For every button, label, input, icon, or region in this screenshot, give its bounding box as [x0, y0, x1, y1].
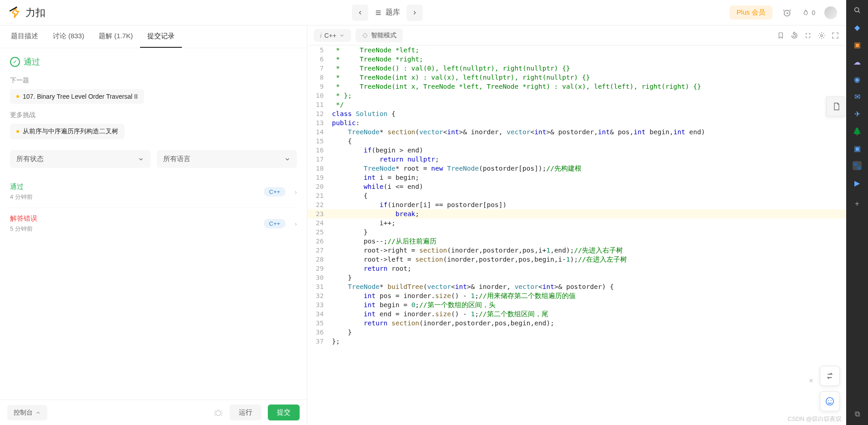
code-line[interactable]: 24 i++; — [307, 218, 846, 228]
chevron-right-icon: › — [295, 188, 297, 196]
code-line[interactable]: 12class Solution { — [307, 109, 846, 118]
app-icon-9[interactable]: 🐾 — [853, 161, 862, 170]
tab-submissions[interactable]: 提交记录 — [140, 25, 182, 48]
code-line[interactable]: 23 break; — [307, 209, 846, 218]
code-line[interactable]: 5 * TreeNode *left; — [307, 46, 846, 55]
tab-discuss[interactable]: 讨论 (833) — [45, 25, 91, 48]
chevron-up-icon — [35, 410, 41, 415]
prev-button[interactable] — [352, 5, 368, 21]
code-line[interactable]: 14 TreeNode* section(vector<int>& inorde… — [307, 127, 846, 137]
mode-selector[interactable]: 智能模式 — [356, 29, 403, 42]
left-panel: 题目描述 讨论 (833) 题解 (1.7K) 提交记录 ✓ 通过 下一题 10… — [0, 25, 307, 425]
status-pass: ✓ 通过 — [10, 56, 297, 67]
svg-point-4 — [828, 400, 829, 401]
bug-icon[interactable] — [213, 408, 223, 418]
search-icon[interactable] — [853, 5, 862, 15]
code-line[interactable]: 37}; — [307, 337, 846, 346]
reset-icon[interactable] — [790, 31, 799, 40]
app-icon-3[interactable]: ☁ — [853, 57, 862, 66]
feedback-button[interactable] — [820, 391, 840, 411]
app-icon-8[interactable]: ▣ — [853, 144, 862, 153]
console-button[interactable]: 控制台 — [7, 405, 47, 420]
tabs: 题目描述 讨论 (833) 题解 (1.7K) 提交记录 — [0, 25, 307, 48]
top-header: 力扣 题库 Plus 会员 — [0, 0, 846, 25]
submission-lang: C++ — [264, 219, 286, 228]
code-line[interactable]: 15 { — [307, 137, 846, 146]
code-line[interactable]: 6 * TreeNode *right; — [307, 55, 846, 64]
app-icon-7[interactable]: 🌲 — [853, 126, 862, 136]
run-button[interactable]: 运行 — [230, 405, 261, 420]
code-line[interactable]: 16 if(begin > end) — [307, 146, 846, 155]
submission-row[interactable]: 通过4 分钟前C++› — [10, 176, 297, 207]
submit-button[interactable]: 提交 — [268, 405, 300, 420]
code-line[interactable]: 36 } — [307, 328, 846, 337]
app-icon-5[interactable]: ✉ — [853, 92, 862, 101]
logo[interactable]: 力扣 — [9, 6, 45, 20]
settings-icon[interactable] — [817, 31, 826, 40]
keyboard-icon[interactable] — [803, 31, 813, 40]
app-icon-2[interactable]: ▣ — [853, 40, 862, 49]
code-line[interactable]: 25 } — [307, 228, 846, 237]
code-line[interactable]: 27 root->right = section(inorder,postord… — [307, 246, 846, 255]
code-line[interactable]: 19 int i = begin; — [307, 173, 846, 182]
code-line[interactable]: 9 * TreeNode(int x, TreeNode *left, Tree… — [307, 82, 846, 91]
code-line[interactable]: 13public: — [307, 118, 846, 127]
submission-time: 5 分钟前 — [10, 225, 37, 233]
code-line[interactable]: 8 * TreeNode(int x) : val(x), left(nullp… — [307, 73, 846, 82]
tab-solutions[interactable]: 题解 (1.7K) — [91, 25, 140, 48]
alarm-icon[interactable] — [782, 7, 793, 18]
next-problem-chip[interactable]: 107. Binary Tree Level Order Traversal I… — [10, 89, 144, 104]
code-line[interactable]: 34 int end = inorder.size() - 1;//第二个数组区… — [307, 309, 846, 319]
app-icon-6[interactable]: ✈ — [853, 109, 862, 118]
next-button[interactable] — [406, 5, 423, 21]
code-line[interactable]: 17 return nullptr; — [307, 155, 846, 164]
swap-button[interactable] — [820, 366, 840, 386]
fullscreen-icon[interactable] — [831, 31, 840, 40]
note-button[interactable] — [826, 96, 846, 116]
chevron-right-icon: › — [295, 220, 297, 228]
filter-language[interactable]: 所有语言 — [157, 150, 297, 168]
code-line[interactable]: 20 while(i <= end) — [307, 182, 846, 191]
code-line[interactable]: 28 root->left = section(inorder,postorde… — [307, 255, 846, 264]
code-area[interactable]: 5 * TreeNode *left;6 * TreeNode *right;7… — [307, 46, 846, 425]
close-icon[interactable]: × — [806, 376, 816, 386]
code-line[interactable]: 10 * }; — [307, 91, 846, 100]
code-line[interactable]: 7 * TreeNode() : val(0), left(nullptr), … — [307, 64, 846, 73]
sparkle-icon — [362, 32, 368, 39]
app-icon-10[interactable]: ▶ — [853, 178, 862, 187]
svg-point-1 — [216, 410, 221, 415]
code-line[interactable]: 29 return root; — [307, 264, 846, 273]
lang-selector[interactable]: i C++ — [314, 29, 351, 42]
filter-status[interactable]: 所有状态 — [10, 150, 151, 168]
tab-description[interactable]: 题目描述 — [4, 25, 45, 48]
submission-lang: C++ — [264, 187, 286, 197]
code-line[interactable]: 26 pos--;//从后往前遍历 — [307, 237, 846, 246]
code-line[interactable]: 35 return section(inorder,postorder,pos,… — [307, 319, 846, 328]
svg-point-2 — [821, 34, 823, 36]
app-icon-4[interactable]: ◉ — [853, 75, 862, 84]
code-line[interactable]: 30 } — [307, 273, 846, 282]
code-line[interactable]: 32 int pos = inorder.size() - 1;//用来储存第二… — [307, 291, 846, 300]
chevron-left-icon — [357, 10, 363, 16]
code-line[interactable]: 31 TreeNode* buildTree(vector<int>& inor… — [307, 282, 846, 291]
collapse-icon[interactable]: ⧉ — [853, 410, 862, 419]
svg-point-5 — [831, 400, 832, 401]
bookmark-icon[interactable] — [776, 31, 785, 40]
logo-text: 力扣 — [25, 6, 45, 20]
app-icon-1[interactable]: ◆ — [853, 23, 862, 32]
add-app-icon[interactable]: + — [853, 199, 862, 208]
code-line[interactable]: 33 int begin = 0;//第一个数组的区间，头 — [307, 300, 846, 309]
fire-icon — [802, 9, 810, 17]
code-line[interactable]: 21 { — [307, 191, 846, 200]
streak-count[interactable]: 0 — [802, 9, 815, 17]
more-problem-chip[interactable]: 从前序与中序遍历序列构造二叉树 — [10, 124, 125, 139]
code-line[interactable]: 18 TreeNode* root = new TreeNode(postord… — [307, 164, 846, 173]
submission-status: 通过 — [10, 182, 33, 191]
problem-list-nav[interactable]: 题库 — [375, 8, 400, 17]
plus-member-button[interactable]: Plus 会员 — [729, 5, 773, 20]
avatar[interactable] — [824, 6, 837, 19]
code-line[interactable]: 11 */ — [307, 100, 846, 109]
submission-status: 解答错误 — [10, 214, 37, 223]
submission-row[interactable]: 解答错误5 分钟前C++› — [10, 207, 297, 239]
code-line[interactable]: 22 if(inorder[i] == postorder[pos]) — [307, 200, 846, 209]
